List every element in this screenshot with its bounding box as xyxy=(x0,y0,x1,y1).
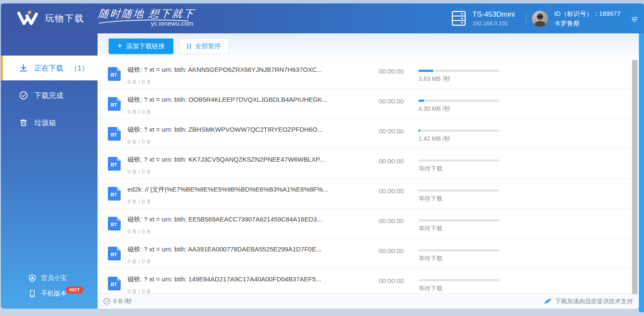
user-id: ID（标识号）：189577 xyxy=(554,10,620,18)
add-download-label: 添加下载链接 xyxy=(126,42,165,50)
pause-all-label: 全部暂停 xyxy=(195,42,221,50)
progress-bar xyxy=(418,130,499,132)
download-row[interactable]: BT 磁铁: ? xt = urn: btih: AA391EA000778DA… xyxy=(98,239,639,269)
sidebar: 正在下载 （1） 下载完成 xyxy=(1,33,98,309)
desktop-background: 玩物下载 随时随地 想下就下 yc.ionewu.com TS-453Dmini… xyxy=(0,0,644,316)
download-title: 磁铁: ? xt = urn: btih: AA391EA000778DAEBA… xyxy=(128,245,321,254)
sidebar-item-completed[interactable]: 下载完成 xyxy=(1,83,98,108)
pause-icon xyxy=(187,44,191,49)
svg-text:BT: BT xyxy=(111,192,117,197)
scrollbar-thumb[interactable] xyxy=(632,60,638,294)
download-title: 磁铁: ? xt = urn: btih: 149E84AD217A9C17A4… xyxy=(128,275,321,284)
avatar[interactable] xyxy=(532,11,548,27)
shield-person-icon xyxy=(28,274,36,282)
pause-all-button[interactable]: 全部暂停 xyxy=(179,38,229,54)
nas-device-info: TS-453Dmini 192.168.0.101 xyxy=(451,10,515,27)
svg-text:BT: BT xyxy=(111,282,117,287)
download-row[interactable]: BT 磁铁: ? xt = urn: btih: EE5B569AEACC739… xyxy=(98,209,639,239)
download-icon xyxy=(19,63,28,73)
download-row[interactable]: BT 磁铁: ? xt = urn: btih: OOB5R4KLEEP7DVQ… xyxy=(98,89,639,119)
avatar-image xyxy=(532,11,548,27)
download-status: 等待下载 xyxy=(418,225,442,233)
progress-fill xyxy=(418,100,424,102)
progress-bar xyxy=(418,159,499,162)
nas-device-ip: 192.168.0.101 xyxy=(472,20,515,27)
download-time: 00:00:00 xyxy=(379,277,404,284)
user-name: 卡罗鲁斯 xyxy=(554,20,620,28)
download-title: 磁铁: ? xt = urn: btih: EE5B569AEACC73907A… xyxy=(128,216,322,224)
nas-device-name: TS-453Dmini xyxy=(472,10,515,19)
dropdown-caret-icon[interactable] xyxy=(631,16,638,23)
total-speed-group: 0 B /秒 xyxy=(103,298,132,305)
download-time: 00:00:00 xyxy=(379,127,404,135)
download-status: 等待下载 xyxy=(418,195,442,203)
total-speed: 0 B /秒 xyxy=(113,298,132,305)
svg-text:BT: BT xyxy=(111,252,117,257)
svg-text:BT: BT xyxy=(111,102,117,107)
toolbar: + 添加下载链接 全部暂停 xyxy=(98,33,639,59)
download-time: 00:00:00 xyxy=(379,157,404,165)
download-row[interactable]: BT 磁铁: ? xt = urn: btih: ZBHSMKWPVOWW7QC… xyxy=(98,119,639,149)
svg-text:BT: BT xyxy=(111,72,117,77)
sidebar-footer-label: 手机版本 xyxy=(41,289,67,298)
status-bar: 0 B /秒 下载加速由迅雷提供技术支持 xyxy=(98,293,639,309)
sidebar-item-mobile-version[interactable]: 手机版本 HOT xyxy=(1,286,98,301)
app-title: 玩物下载 xyxy=(45,12,84,24)
download-title: 磁铁: ? xt = urn: btih: ZBHSMKWPVOWW7QC2TI… xyxy=(128,126,323,134)
progress-bar xyxy=(418,219,499,221)
download-status: 4.30 MB /秒 xyxy=(418,105,450,113)
xunlei-note-group: 下载加速由迅雷提供技术支持 xyxy=(543,298,633,305)
download-size: 0 B / 0 B xyxy=(128,198,151,205)
hot-badge: HOT xyxy=(66,286,83,293)
download-list: BT 磁铁: ? xt = urn: btih: AKNN5GEPO6ZRX66… xyxy=(98,59,639,309)
download-time: 00:00:00 xyxy=(379,247,404,254)
svg-text:BT: BT xyxy=(111,132,117,137)
download-time: 00:00:00 xyxy=(379,97,404,105)
nas-device-icon xyxy=(451,10,466,27)
progress-bar xyxy=(418,279,499,281)
download-title: ed2k: // |文件|%E7%BE%8E%E5%9B%BD%E6%B3%A1… xyxy=(128,186,328,194)
xunlei-note: 下载加速由迅雷提供技术支持 xyxy=(555,298,633,305)
right-edge-strip xyxy=(639,33,644,312)
slogan-text: 随时随地 想下就下 xyxy=(98,7,196,21)
speedometer-icon xyxy=(103,298,110,305)
download-size: 0 B / 0 B xyxy=(128,79,151,85)
progress-bar xyxy=(418,100,499,102)
wanwu-logo-icon xyxy=(15,9,39,28)
trash-icon xyxy=(19,118,28,127)
sidebar-item-support[interactable]: 官员小宝 xyxy=(1,270,98,286)
check-circle-icon xyxy=(19,91,28,100)
header-divider xyxy=(526,13,526,25)
bt-file-icon: BT xyxy=(108,67,121,81)
progress-bar xyxy=(418,249,499,251)
download-size: 0 B / 0 B xyxy=(128,258,151,265)
download-row[interactable]: BT ed2k: // |文件|%E7%BE%8E%E5%9B%BD%E6%B3… xyxy=(98,179,639,209)
download-title: 磁铁: ? xt = urn: btih: KK7J3CV5QANQZKSZN2… xyxy=(128,156,324,164)
add-download-button[interactable]: + 添加下载链接 xyxy=(109,38,173,54)
progress-fill xyxy=(418,130,420,132)
user-account[interactable]: ID（标识号）：189577 卡罗鲁斯 xyxy=(532,10,620,28)
sidebar-nav: 正在下载 （1） 下载完成 xyxy=(1,56,98,135)
slogan-site-url: yc.ionewu.com xyxy=(98,20,195,27)
progress-fill xyxy=(418,70,433,72)
download-size: 0 B / 0 B xyxy=(128,168,151,175)
download-status: 3.83 MB /秒 xyxy=(418,75,450,83)
download-status: 等待下载 xyxy=(418,165,442,173)
sidebar-item-downloading[interactable]: 正在下载 （1） xyxy=(1,56,98,80)
download-time: 00:00:00 xyxy=(379,68,404,75)
download-status: 等待下载 xyxy=(418,255,442,263)
download-title: 磁铁: ? xt = urn: btih: OOB5R4KLEEP7DVQXLJ… xyxy=(128,96,327,104)
download-title: 磁铁: ? xt = urn: btih: AKNN5GEPO6ZRX66YJN… xyxy=(128,66,322,74)
app-header: 玩物下载 随时随地 想下就下 yc.ionewu.com TS-453Dmini… xyxy=(1,3,644,33)
app-logo: 玩物下载 xyxy=(15,9,84,28)
sidebar-item-label: 正在下载 xyxy=(34,63,63,73)
download-row[interactable]: BT 磁铁: ? xt = urn: btih: AKNN5GEPO6ZRX66… xyxy=(98,59,639,89)
main-panel: + 添加下载链接 全部暂停 BT 磁铁: ? xt = urn: btih: A… xyxy=(98,33,639,309)
progress-bar xyxy=(418,70,499,72)
sidebar-item-trash[interactable]: 垃圾箱 xyxy=(1,110,98,135)
progress-bar xyxy=(418,189,499,192)
download-row[interactable]: BT 磁铁: ? xt = urn: btih: KK7J3CV5QANQZKS… xyxy=(98,149,639,179)
slogan: 随时随地 想下就下 yc.ionewu.com xyxy=(98,7,195,27)
download-time: 00:00:00 xyxy=(379,217,404,224)
bt-file-icon: BT xyxy=(108,247,121,260)
